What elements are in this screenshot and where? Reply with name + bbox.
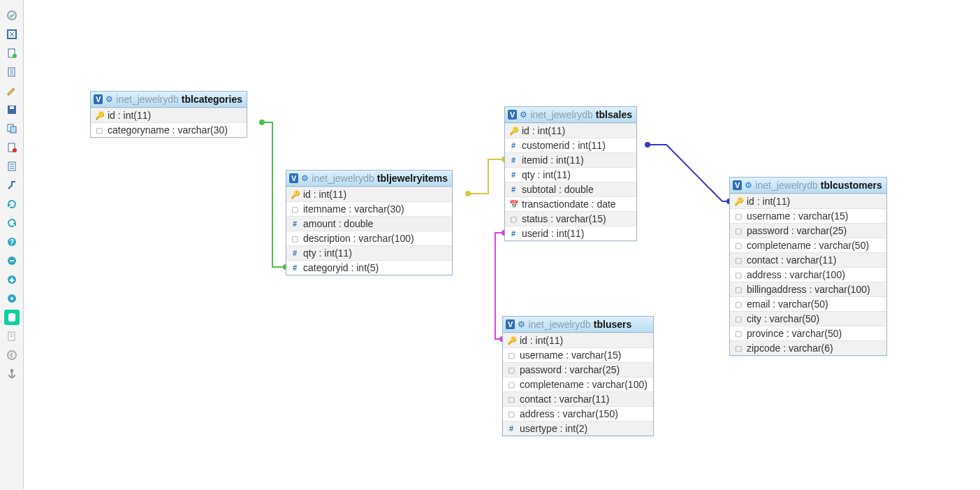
tool-refresh[interactable]	[4, 196, 20, 212]
tool-database[interactable]	[4, 310, 20, 325]
table-header-tblcategories[interactable]: V⚙inet_jewelrydb tblcategories	[91, 92, 247, 108]
column-password[interactable]: ▢password : varchar(25)	[730, 223, 886, 238]
column-id[interactable]: 🔑id : int(11)	[91, 108, 247, 122]
gear-icon[interactable]: ⚙	[518, 319, 525, 329]
column-password[interactable]: ▢password : varchar(25)	[503, 362, 653, 377]
gear-icon[interactable]: ⚙	[105, 94, 113, 104]
tool-arrow-down[interactable]	[4, 272, 20, 287]
tool-previous[interactable]	[4, 347, 20, 363]
column-itemid[interactable]: #itemid : int(11)	[505, 152, 636, 167]
table-header-tblsales[interactable]: V⚙inet_jewelrydb tblsales	[505, 107, 636, 123]
txt-icon: ▢	[507, 351, 515, 360]
column-text: zipcode : varchar(6)	[747, 343, 833, 354]
column-description[interactable]: ▢description : varchar(100)	[286, 231, 452, 245]
schema-label: inet_jewelrydb	[312, 173, 374, 184]
column-usertype[interactable]: #usertype : int(2)	[503, 421, 653, 435]
column-text: userid : int(11)	[522, 228, 584, 239]
column-contact[interactable]: ▢contact : varchar(11)	[503, 391, 653, 406]
table-name: tblcategories	[182, 94, 242, 105]
column-text: subtotal : double	[522, 184, 594, 195]
column-transactiondate[interactable]: 📅transactiondate : date	[505, 196, 636, 211]
designer-canvas[interactable]: V⚙inet_jewelrydb tblcategories🔑id : int(…	[24, 0, 980, 490]
column-subtotal[interactable]: #subtotal : double	[505, 182, 636, 196]
tool-doc-list[interactable]	[4, 159, 20, 174]
gear-icon[interactable]: ⚙	[520, 110, 527, 120]
column-username[interactable]: ▢username : varchar(15)	[503, 347, 653, 362]
column-email[interactable]: ▢email : varchar(50)	[730, 296, 886, 311]
column-text: transactiondate : date	[522, 199, 616, 210]
tool-save[interactable]	[4, 102, 20, 117]
svg-rect-6	[10, 106, 14, 109]
column-id[interactable]: 🔑id : int(11)	[503, 333, 653, 347]
column-text: billingaddress : varchar(100)	[747, 284, 870, 295]
table-header-tblusers[interactable]: V⚙inet_jewelrydb tblusers	[503, 317, 653, 333]
column-billingaddress[interactable]: ▢billingaddress : varchar(100)	[730, 282, 886, 296]
tool-reverse[interactable]	[4, 215, 20, 231]
tool-toggle[interactable]	[4, 8, 20, 23]
txt-icon: ▢	[734, 329, 743, 338]
schema-label: inet_jewelrydb	[530, 109, 593, 120]
column-qty[interactable]: #qty : int(11)	[286, 245, 452, 260]
svg-point-18	[10, 297, 13, 300]
table-tblsales[interactable]: V⚙inet_jewelrydb tblsales🔑id : int(11)#c…	[504, 106, 637, 241]
column-text: categoryname : varchar(30)	[108, 124, 228, 136]
column-completename[interactable]: ▢completename : varchar(100)	[503, 377, 653, 391]
column-status[interactable]: ▢status : varchar(15)	[505, 211, 636, 226]
txt-icon: ▢	[507, 410, 515, 419]
table-header-tbljewelryitems[interactable]: V⚙inet_jewelrydb tbljewelryitems	[286, 171, 452, 187]
column-amount[interactable]: #amount : double	[286, 216, 452, 231]
gear-icon[interactable]: ⚙	[301, 173, 309, 183]
column-username[interactable]: ▢username : varchar(15)	[730, 208, 886, 223]
column-completename[interactable]: ▢completename : varchar(50)	[730, 238, 886, 252]
txt-icon: ▢	[734, 344, 743, 353]
tool-anchor[interactable]	[4, 366, 20, 382]
table-name: tblusers	[594, 319, 631, 330]
column-id[interactable]: 🔑id : int(11)	[286, 187, 452, 201]
column-userid[interactable]: #userid : int(11)	[505, 226, 636, 240]
table-tblusers[interactable]: V⚙inet_jewelrydb tblusers🔑id : int(11)▢u…	[502, 316, 654, 436]
column-text: address : varchar(150)	[520, 408, 618, 419]
tool-connector[interactable]	[4, 178, 20, 193]
tool-delete-doc[interactable]	[4, 140, 20, 155]
tool-help[interactable]: ?	[4, 234, 20, 250]
txt-icon: ▢	[95, 126, 103, 135]
table-tblcategories[interactable]: V⚙inet_jewelrydb tblcategories🔑id : int(…	[90, 91, 247, 138]
column-text: completename : varchar(50)	[747, 240, 869, 251]
column-city[interactable]: ▢city : varchar(50)	[730, 311, 886, 326]
column-text: id : int(11)	[747, 196, 790, 207]
column-qty[interactable]: #qty : int(11)	[505, 167, 636, 182]
tool-copy[interactable]	[4, 121, 20, 136]
tool-new-doc[interactable]	[4, 64, 20, 80]
column-address[interactable]: ▢address : varchar(150)	[503, 406, 653, 421]
key-icon: 🔑	[507, 336, 515, 345]
schema-label: inet_jewelrydb	[116, 94, 179, 105]
txt-icon: ▢	[507, 380, 515, 389]
tool-edit[interactable]	[4, 83, 20, 99]
table-tbljewelryitems[interactable]: V⚙inet_jewelrydb tbljewelryitems🔑id : in…	[286, 170, 453, 275]
svg-point-25	[465, 191, 471, 196]
column-text: id : int(11)	[520, 335, 563, 346]
tool-settings[interactable]	[4, 291, 20, 306]
tool-new-page[interactable]	[4, 45, 20, 61]
column-contact[interactable]: ▢contact : varchar(11)	[730, 252, 886, 267]
column-id[interactable]: 🔑id : int(11)	[730, 194, 886, 208]
column-address[interactable]: ▢address : varchar(100)	[730, 267, 886, 282]
column-id[interactable]: 🔑id : int(11)	[505, 123, 636, 138]
column-zipcode[interactable]: ▢zipcode : varchar(6)	[730, 340, 886, 355]
designer-toolbar: ?	[0, 0, 24, 489]
gear-icon[interactable]: ⚙	[745, 180, 752, 190]
column-categoryid[interactable]: #categoryid : int(5)	[286, 260, 452, 275]
view-badge: V	[508, 110, 517, 120]
tool-minimize[interactable]	[4, 253, 20, 268]
column-province[interactable]: ▢province : varchar(50)	[730, 326, 886, 340]
column-customerid[interactable]: #customerid : int(11)	[505, 138, 636, 152]
tool-export[interactable]	[4, 329, 20, 344]
key-icon: 🔑	[291, 190, 299, 199]
table-header-tblcustomers[interactable]: V⚙inet_jewelrydb tblcustomers	[730, 178, 886, 194]
tool-fullscreen[interactable]	[4, 27, 20, 42]
table-tblcustomers[interactable]: V⚙inet_jewelrydb tblcustomers🔑id : int(1…	[729, 177, 887, 356]
column-itemname[interactable]: ▢itemname : varchar(30)	[286, 201, 452, 216]
column-categoryname[interactable]: ▢categoryname : varchar(30)	[91, 122, 247, 137]
svg-point-21	[8, 351, 16, 359]
svg-point-27	[645, 142, 650, 147]
